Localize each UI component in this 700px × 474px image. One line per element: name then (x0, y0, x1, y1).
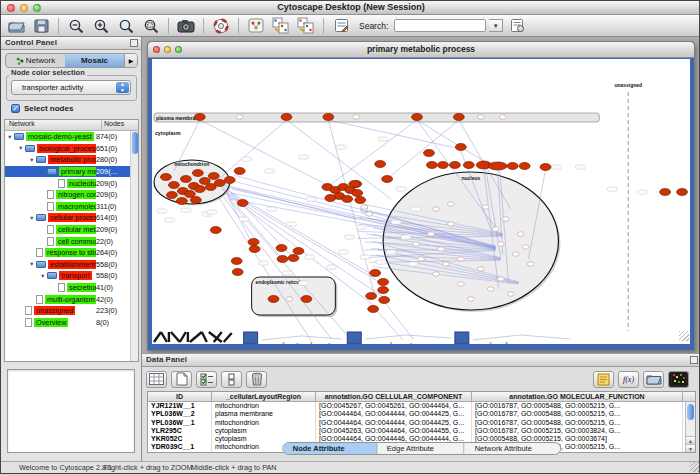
network-node-small[interactable] (432, 207, 439, 211)
network-node[interactable] (355, 197, 366, 204)
tree-row[interactable]: multi-organism pro42(0) (5, 293, 130, 305)
tree-row[interactable]: cellular metabo209(0) (5, 224, 130, 236)
tab-edge-attribute-browser[interactable]: Edge Attribute Browser (377, 443, 465, 454)
network-node[interactable] (519, 163, 530, 170)
tree-row[interactable]: cell communicat22(0) (5, 235, 130, 247)
tree-header-network[interactable]: Network (5, 120, 102, 130)
tree-row[interactable]: unassigned223(0) (5, 305, 130, 317)
zoom-fit-icon[interactable] (140, 16, 162, 35)
network-node[interactable] (437, 162, 448, 169)
open-icon[interactable] (5, 16, 27, 35)
network-node[interactable] (352, 190, 363, 197)
network-node[interactable] (463, 162, 474, 169)
float-panel-icon[interactable] (130, 39, 138, 47)
table-row[interactable]: YPL036W__2plasma membrane[GO:0044464, GO… (148, 410, 695, 418)
network-node[interactable] (168, 182, 179, 189)
merge-networks-alt-icon[interactable] (295, 16, 317, 35)
network-node-small[interactable] (361, 205, 368, 209)
network-node-small[interactable] (442, 262, 449, 266)
node-color-dropdown[interactable]: transporter activity ▲▼ (11, 80, 131, 95)
attribute-checklist-icon[interactable] (196, 371, 217, 388)
tree-row[interactable]: ▼primary metabo209(... (5, 166, 130, 178)
network-node[interactable] (379, 297, 390, 304)
network-node[interactable] (190, 197, 201, 204)
tree-row[interactable]: secretion41(0) (5, 282, 130, 294)
network-node[interactable] (214, 180, 225, 187)
import-attributes-icon[interactable] (643, 371, 664, 388)
tree-header-nodes[interactable]: Nodes (102, 120, 138, 130)
network-node[interactable] (192, 170, 203, 177)
network-node[interactable] (194, 186, 205, 193)
merge-networks-icon[interactable] (270, 16, 292, 35)
help-lifebuoy-icon[interactable] (210, 16, 232, 35)
network-node-small[interactable] (447, 222, 454, 226)
network-node[interactable] (160, 174, 171, 181)
network-node-small[interactable] (366, 212, 373, 216)
disclosure-triangle-icon[interactable]: ▼ (40, 169, 47, 175)
network-node-small[interactable] (432, 272, 439, 276)
network-node[interactable] (368, 306, 379, 313)
network-node[interactable] (488, 162, 507, 170)
network-node[interactable] (366, 293, 377, 300)
network-node-small[interactable] (418, 257, 425, 261)
network-node[interactable] (281, 114, 292, 121)
network-node-small[interactable] (353, 115, 360, 119)
network-node[interactable] (453, 114, 464, 121)
table-row[interactable]: YPL036W__1mitochondrion[GO:0044464, GO:0… (148, 419, 695, 427)
network-node-small[interactable] (507, 292, 514, 296)
table-scrollbar[interactable]: ▲ ▼ (685, 402, 695, 452)
network-node[interactable] (277, 256, 288, 263)
network-node[interactable] (412, 114, 423, 121)
disclosure-triangle-icon[interactable]: ▼ (29, 215, 36, 221)
tree-scrollbar[interactable] (130, 131, 138, 361)
network-node[interactable] (293, 248, 304, 255)
network-node[interactable] (423, 150, 434, 157)
table-scrollbar-thumb[interactable] (687, 404, 694, 420)
network-node-small[interactable] (413, 242, 420, 246)
tree-row[interactable]: response to stimulu264(0) (5, 247, 130, 259)
network-node[interactable] (426, 162, 437, 169)
zoom-selected-icon[interactable] (115, 16, 137, 35)
tree-row[interactable]: ▼establishment of lo558(0) (5, 259, 130, 271)
network-node[interactable] (660, 189, 671, 196)
network-node-small[interactable] (512, 252, 519, 256)
tree-row[interactable]: nucleobase-209(0) (5, 177, 130, 189)
new-attribute-icon[interactable] (171, 371, 192, 388)
float-data-panel-icon[interactable] (690, 356, 698, 364)
network-node[interactable] (208, 173, 219, 180)
notes-icon[interactable] (593, 371, 614, 388)
column-header[interactable]: ID (148, 392, 212, 401)
network-node-small[interactable] (517, 232, 524, 236)
tab-network-attribute-browser[interactable]: Network Attribute Browser (465, 443, 561, 454)
network-node[interactable] (323, 114, 334, 121)
scroll-down-arrow[interactable]: ▼ (686, 444, 695, 452)
compartment-plasma-membrane[interactable] (154, 113, 599, 122)
column-header[interactable]: annotation.GO MOLECULAR_FUNCTION (472, 392, 683, 401)
network-node[interactable] (301, 296, 312, 303)
network-canvas[interactable]: plasma membranecytoplasmmitochondrionnuc… (152, 59, 690, 344)
network-node-small[interactable] (487, 287, 494, 291)
tab-mosaic[interactable]: Mosaic (65, 54, 124, 67)
network-node[interactable] (249, 246, 260, 253)
zoom-out-icon[interactable] (65, 16, 87, 35)
network-node[interactable] (540, 164, 551, 171)
network-node[interactable] (180, 176, 191, 183)
tree-row[interactable]: ▼transport558(0) (5, 270, 130, 282)
network-node[interactable] (349, 181, 360, 188)
network-node[interactable] (378, 287, 389, 294)
network-node-small[interactable] (497, 277, 504, 281)
network-node[interactable] (224, 177, 235, 184)
tree-row[interactable]: ▼metabolic process280(0) (5, 154, 130, 166)
formula-builder-icon[interactable]: f(x) (618, 371, 639, 388)
network-node[interactable] (455, 144, 466, 151)
tree-scrollbar-thumb[interactable] (132, 132, 138, 154)
column-header[interactable]: _cellularLayoutRegion (212, 392, 316, 401)
network-node-small[interactable] (437, 247, 444, 251)
network-node[interactable] (248, 239, 259, 246)
network-node[interactable] (342, 196, 353, 203)
network-node-small[interactable] (502, 217, 509, 221)
network-node-small[interactable] (482, 205, 489, 209)
birdseye-view[interactable] (7, 369, 135, 453)
plugin-manager-icon[interactable] (245, 16, 267, 35)
tree-row[interactable]: ▼mosaic-demo-yeast874(0) (5, 131, 130, 143)
